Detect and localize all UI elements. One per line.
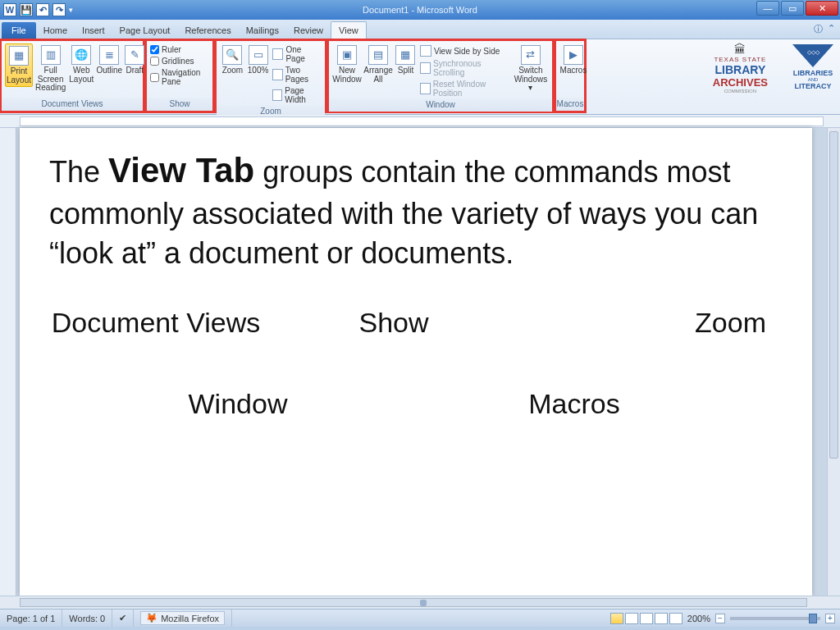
split-handle-icon[interactable] — [420, 600, 427, 606]
undo-icon[interactable]: ↶ — [36, 3, 49, 16]
new-window-label: New Window — [332, 66, 362, 84]
full-screen-shortcut-icon[interactable] — [625, 613, 638, 624]
outline-button[interactable]: ≣ Outline — [96, 43, 122, 77]
file-tab[interactable]: File — [2, 22, 36, 39]
tab-page-layout[interactable]: Page Layout — [112, 22, 178, 39]
logo-commission: COMMISSION — [713, 89, 768, 94]
word-count[interactable]: Words: 0 — [62, 609, 112, 627]
word-app-icon[interactable]: W — [3, 3, 16, 16]
one-page-icon — [272, 48, 283, 60]
quick-access-toolbar: W 💾 ↶ ↷ ▾ — [0, 3, 76, 16]
reset-pos-label: Reset Window Position — [433, 80, 509, 98]
nav-pane-checkbox[interactable]: Navigation Pane — [150, 68, 209, 86]
tab-insert[interactable]: Insert — [75, 22, 112, 39]
vertical-scrollbar[interactable] — [827, 128, 840, 596]
logo-libraries: LIBRARIES — [792, 69, 833, 77]
help-icon[interactable]: ⓘ — [814, 23, 823, 35]
vertical-ruler[interactable] — [0, 128, 16, 596]
split-label: Split — [398, 66, 413, 75]
full-screen-label: Full Screen Reading — [35, 66, 66, 93]
two-pages-icon — [272, 69, 282, 80]
print-layout-button[interactable]: ▦ Print Layout — [5, 43, 33, 87]
label-document-views: Document Views — [49, 307, 262, 339]
group-label-show: Show — [147, 98, 212, 111]
sync-scrolling-button: Synchronous Scrolling — [418, 58, 511, 78]
reset-window-pos-button: Reset Window Position — [418, 79, 511, 98]
logo-texas-state: TEXAS STATE — [713, 56, 768, 63]
draft-shortcut-icon[interactable] — [669, 613, 682, 624]
tab-home[interactable]: Home — [36, 22, 75, 39]
split-button[interactable]: ▦ Split — [395, 43, 417, 77]
group-macros: ▶ Macros Macros — [554, 39, 587, 113]
document-page[interactable]: The View Tab groups contain the commands… — [20, 128, 812, 596]
full-screen-reading-button[interactable]: ▥ Full Screen Reading — [34, 43, 66, 94]
sync-scroll-label: Synchronous Scrolling — [433, 59, 509, 77]
horizontal-scrollbar[interactable] — [0, 596, 840, 609]
zoom-slider-knob[interactable] — [809, 614, 817, 623]
group-label-window: Window — [329, 98, 552, 112]
print-layout-label: Print Layout — [7, 67, 31, 84]
web-layout-button[interactable]: 🌐 Web Layout — [68, 43, 94, 85]
tab-references[interactable]: References — [177, 22, 238, 39]
horizontal-ruler[interactable] — [0, 115, 840, 128]
tab-review[interactable]: Review — [286, 22, 331, 39]
sponsor-logos: 🏛 TEXAS STATE LIBRARY ARCHIVES COMMISSIO… — [713, 43, 833, 94]
arrange-all-label: Arrange All — [363, 66, 393, 84]
maximize-button[interactable]: ▭ — [781, 1, 804, 16]
macros-icon: ▶ — [564, 45, 583, 65]
save-icon[interactable]: 💾 — [20, 3, 33, 16]
outline-label: Outline — [96, 66, 122, 75]
macros-button[interactable]: ▶ Macros — [559, 43, 587, 77]
two-pages-label: Two Pages — [285, 66, 320, 84]
logo-archives: ARCHIVES — [713, 76, 768, 89]
arrange-all-button[interactable]: ▤ Arrange All — [363, 43, 393, 85]
draft-icon: ✎ — [125, 45, 144, 65]
tab-view[interactable]: View — [331, 21, 367, 39]
outline-shortcut-icon[interactable] — [655, 613, 668, 624]
taskbar-firefox[interactable]: 🦊Mozilla Firefox — [140, 611, 225, 625]
page-100-icon: ▭ — [249, 45, 268, 65]
redo-icon[interactable]: ↷ — [52, 3, 66, 16]
zoom-100-button[interactable]: ▭ 100% — [247, 43, 270, 77]
group-document-views: ▦ Print Layout ▥ Full Screen Reading 🌐 W… — [0, 39, 145, 113]
close-button[interactable]: ✕ — [806, 1, 838, 16]
page-indicator[interactable]: Page: 1 of 1 — [0, 609, 62, 627]
scroll-thumb[interactable] — [829, 131, 838, 459]
page-width-button[interactable]: Page Width — [271, 85, 322, 105]
draft-label: Draft — [126, 66, 144, 75]
zoom-percent[interactable]: 200% — [687, 614, 710, 623]
minimize-ribbon-icon[interactable]: ⌃ — [828, 23, 835, 35]
outline-icon: ≣ — [99, 45, 119, 65]
two-pages-button[interactable]: Two Pages — [271, 65, 322, 84]
proofing-icon[interactable]: ✔ — [112, 609, 134, 627]
view-side-by-side-button[interactable]: View Side by Side — [418, 44, 511, 57]
para-bold: View Tab — [108, 151, 254, 189]
sync-scroll-icon — [420, 62, 431, 74]
draft-button[interactable]: ✎ Draft — [124, 43, 145, 77]
print-layout-shortcut-icon[interactable] — [610, 613, 623, 624]
page-width-icon — [272, 89, 282, 101]
arrange-icon: ▤ — [368, 45, 388, 65]
new-window-button[interactable]: ▣ New Window — [332, 43, 362, 85]
group-show: Ruler Gridlines Navigation Pane Show — [144, 39, 215, 113]
globe-icon: 🌐 — [71, 45, 91, 65]
title-bar: W 💾 ↶ ↷ ▾ Document1 - Microsoft Word — ▭… — [0, 0, 840, 20]
view-shortcut-icons — [610, 613, 682, 624]
zoom-slider[interactable] — [730, 617, 820, 620]
one-page-button[interactable]: One Page — [271, 44, 322, 64]
switch-windows-button[interactable]: ⇄ Switch Windows ▾ — [513, 43, 549, 94]
tab-mailings[interactable]: Mailings — [239, 22, 286, 39]
macros-label: Macros — [560, 66, 587, 75]
qat-customize-icon[interactable]: ▾ — [69, 6, 73, 14]
book-icon: ▥ — [41, 45, 61, 65]
minimize-button[interactable]: — — [756, 1, 779, 16]
ruler-checkbox[interactable]: Ruler — [150, 45, 209, 54]
zoom-out-button[interactable]: − — [715, 614, 725, 623]
web-layout-shortcut-icon[interactable] — [640, 613, 653, 624]
ribbon-tabs: File Home Insert Page Layout References … — [0, 20, 840, 39]
ruler-label: Ruler — [162, 45, 181, 54]
gridlines-checkbox[interactable]: Gridlines — [150, 57, 209, 66]
zoom-in-button[interactable]: + — [825, 614, 835, 623]
zoom-button[interactable]: 🔍 Zoom — [220, 43, 245, 77]
label-macros: Macros — [427, 388, 722, 420]
